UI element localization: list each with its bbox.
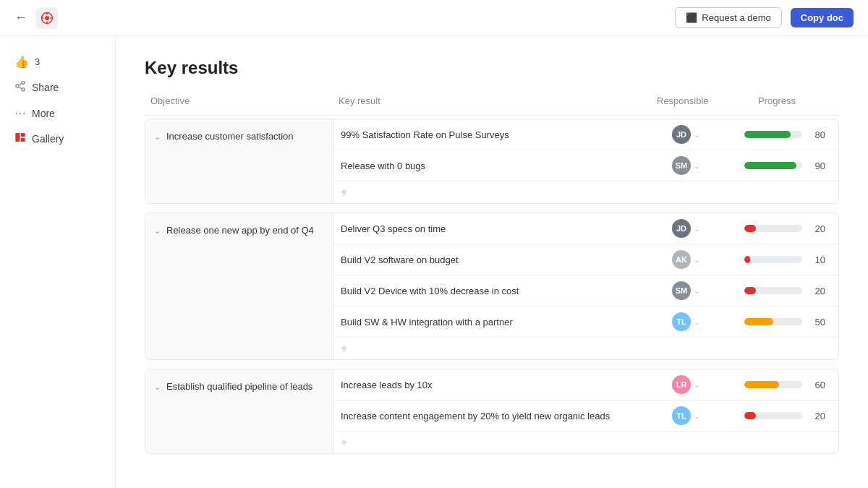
- svg-rect-13: [21, 138, 25, 142]
- logo-icon: [36, 7, 58, 29]
- objective-cell: ⌄ Release one new app by end of Q4: [145, 213, 333, 359]
- responsible-chevron[interactable]: ⌄: [694, 225, 699, 233]
- responsible-cell: LR ⌄: [672, 375, 744, 394]
- responsible-cell: TL ⌄: [672, 312, 744, 331]
- sidebar-item-gallery[interactable]: Gallery: [7, 127, 108, 150]
- avatar: SM: [672, 281, 691, 300]
- progress-bar: [744, 287, 756, 294]
- avatar: TL: [672, 312, 691, 331]
- like-icon: 👍: [14, 55, 29, 69]
- progress-cell: 60: [744, 380, 831, 390]
- progress-cell: 20: [744, 223, 831, 234]
- progress-bar-container: [744, 131, 802, 138]
- responsible-cell: SM ⌄: [672, 281, 744, 300]
- progress-cell: 10: [744, 254, 831, 265]
- progress-bar-container: [744, 225, 802, 232]
- add-key-result-row[interactable]: +: [333, 181, 838, 203]
- add-key-result-row[interactable]: +: [333, 338, 838, 359]
- objective-group-obj3: ⌄ Establish qualified pipeline of leads …: [145, 369, 839, 454]
- progress-bar: [744, 412, 756, 419]
- progress-bar: [744, 381, 779, 388]
- col-keyresult: Key result: [333, 93, 651, 109]
- key-result-text: Build V2 Device with 10% decrease in cos…: [341, 286, 672, 296]
- progress-number: 20: [808, 286, 825, 296]
- objective-label: Establish qualified pipeline of leads: [166, 381, 312, 392]
- responsible-chevron[interactable]: ⌄: [694, 381, 699, 389]
- key-result-row: Build SW & HW integration with a partner…: [333, 307, 838, 338]
- key-result-row: Deliver Q3 specs on time JD ⌄ 20: [333, 213, 838, 244]
- add-icon: +: [341, 186, 672, 199]
- svg-point-1: [45, 16, 49, 20]
- main-content: Key results Objective Key result Respons…: [116, 36, 868, 488]
- more-icon: ⋯: [14, 106, 26, 120]
- objective-label: Increase customer satisfaction: [166, 131, 294, 142]
- objective-group-obj1: ⌄ Increase customer satisfaction 99% Sat…: [145, 119, 839, 204]
- sidebar-item-more[interactable]: ⋯ More: [7, 102, 108, 124]
- sidebar-item-share[interactable]: Share: [7, 76, 108, 99]
- key-result-text: Increase leads by 10x: [341, 380, 672, 390]
- header-left: ←: [14, 7, 58, 29]
- collapse-chevron[interactable]: ⌄: [154, 382, 161, 392]
- key-result-row: Increase leads by 10x LR ⌄ 60: [333, 369, 838, 401]
- key-result-row: Increase content engagement by 20% to yi…: [333, 401, 838, 432]
- objective-group-obj2: ⌄ Release one new app by end of Q4 Deliv…: [145, 213, 839, 360]
- progress-bar-container: [744, 412, 802, 419]
- responsible-chevron[interactable]: ⌄: [694, 162, 699, 170]
- svg-point-6: [22, 81, 25, 84]
- objective-cell: ⌄ Establish qualified pipeline of leads: [145, 369, 333, 453]
- collapse-chevron[interactable]: ⌄: [154, 132, 161, 142]
- progress-cell: 80: [744, 129, 831, 140]
- objective-label: Release one new app by end of Q4: [166, 225, 314, 236]
- avatar: TL: [672, 406, 691, 425]
- objectives-container: ⌄ Increase customer satisfaction 99% Sat…: [145, 119, 839, 454]
- share-icon: [14, 80, 26, 95]
- responsible-cell: SM ⌄: [672, 156, 744, 175]
- header-right: ⬛ Request a demo Copy doc: [675, 7, 854, 28]
- progress-cell: 20: [744, 411, 831, 421]
- key-result-text: Build V2 software on budget: [341, 254, 672, 265]
- svg-line-9: [19, 87, 22, 89]
- responsible-chevron[interactable]: ⌄: [694, 318, 699, 326]
- page-title: Key results: [145, 58, 839, 78]
- responsible-chevron[interactable]: ⌄: [694, 287, 699, 295]
- progress-number: 50: [808, 317, 825, 328]
- key-result-text: Deliver Q3 specs on time: [341, 223, 672, 234]
- collapse-chevron[interactable]: ⌄: [154, 226, 161, 236]
- progress-cell: 20: [744, 286, 831, 296]
- responsible-chevron[interactable]: ⌄: [694, 412, 699, 420]
- objective-cell: ⌄ Increase customer satisfaction: [145, 119, 333, 203]
- avatar: JD: [672, 219, 691, 238]
- progress-number: 60: [808, 380, 825, 390]
- share-label: Share: [32, 82, 59, 93]
- table-header: Objective Key result Responsible Progres…: [145, 93, 839, 116]
- kr-column: Increase leads by 10x LR ⌄ 60 Increase c…: [333, 369, 838, 453]
- progress-number: 90: [808, 160, 825, 171]
- svg-point-7: [16, 85, 19, 87]
- kr-column: 99% Satisfaction Rate on Pulse Surveys J…: [333, 119, 838, 203]
- col-responsible: Responsible: [651, 93, 752, 109]
- avatar: JD: [672, 125, 691, 144]
- responsible-cell: AK ⌄: [672, 250, 744, 269]
- back-button[interactable]: ←: [14, 10, 27, 25]
- svg-point-8: [22, 88, 25, 91]
- sidebar-item-likes[interactable]: 👍 3: [7, 51, 108, 73]
- likes-count: 3: [35, 56, 40, 67]
- avatar: LR: [672, 375, 691, 394]
- col-progress: Progress: [752, 93, 839, 109]
- key-result-text: Release with 0 bugs: [341, 160, 672, 171]
- progress-number: 80: [808, 129, 825, 140]
- avatar: AK: [672, 250, 691, 269]
- add-icon: +: [341, 342, 672, 355]
- responsible-chevron[interactable]: ⌄: [694, 131, 699, 139]
- progress-bar-container: [744, 256, 802, 263]
- progress-bar: [744, 225, 756, 232]
- progress-bar-container: [744, 318, 802, 325]
- progress-bar: [744, 162, 796, 169]
- progress-bar: [744, 318, 773, 325]
- add-key-result-row[interactable]: +: [333, 432, 838, 453]
- request-demo-button[interactable]: ⬛ Request a demo: [675, 7, 781, 28]
- copy-doc-button[interactable]: Copy doc: [791, 8, 854, 27]
- key-result-row: Build V2 Device with 10% decrease in cos…: [333, 275, 838, 307]
- responsible-chevron[interactable]: ⌄: [694, 256, 699, 264]
- responsible-cell: TL ⌄: [672, 406, 744, 425]
